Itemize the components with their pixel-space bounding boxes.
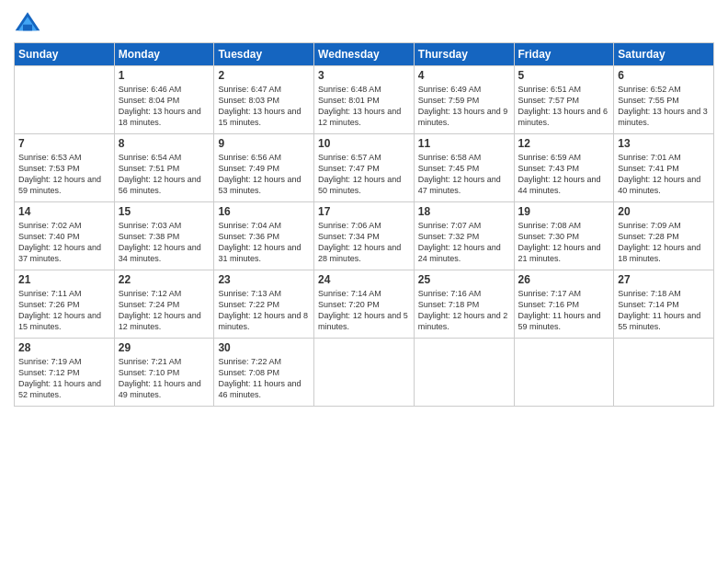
week-row-5: 28Sunrise: 7:19 AMSunset: 7:12 PMDayligh… xyxy=(15,339,714,407)
day-info: Sunrise: 7:08 AMSunset: 7:30 PMDaylight:… xyxy=(518,220,610,265)
day-cell: 30Sunrise: 7:22 AMSunset: 7:08 PMDayligh… xyxy=(214,339,314,407)
day-cell: 19Sunrise: 7:08 AMSunset: 7:30 PMDayligh… xyxy=(514,202,614,270)
day-info: Sunrise: 7:17 AMSunset: 7:16 PMDaylight:… xyxy=(518,288,610,333)
page-header xyxy=(14,9,714,37)
week-row-2: 7Sunrise: 6:53 AMSunset: 7:53 PMDaylight… xyxy=(15,134,714,202)
day-info: Sunrise: 6:52 AMSunset: 7:55 PMDaylight:… xyxy=(618,84,710,129)
day-number: 22 xyxy=(119,273,210,286)
day-info: Sunrise: 6:49 AMSunset: 7:59 PMDaylight:… xyxy=(418,84,510,129)
day-info: Sunrise: 7:11 AMSunset: 7:26 PMDaylight:… xyxy=(18,288,110,333)
day-info: Sunrise: 6:47 AMSunset: 8:03 PMDaylight:… xyxy=(218,84,310,129)
day-cell: 28Sunrise: 7:19 AMSunset: 7:12 PMDayligh… xyxy=(15,339,115,407)
day-info: Sunrise: 7:01 AMSunset: 7:41 PMDaylight:… xyxy=(618,152,710,197)
day-cell: 26Sunrise: 7:17 AMSunset: 7:16 PMDayligh… xyxy=(514,270,614,339)
day-cell xyxy=(514,339,614,407)
day-number: 19 xyxy=(518,205,610,218)
day-cell: 22Sunrise: 7:12 AMSunset: 7:24 PMDayligh… xyxy=(114,270,214,339)
day-cell: 12Sunrise: 6:59 AMSunset: 7:43 PMDayligh… xyxy=(514,134,614,202)
day-number: 7 xyxy=(18,137,110,150)
day-info: Sunrise: 6:46 AMSunset: 8:04 PMDaylight:… xyxy=(119,84,210,129)
day-cell xyxy=(314,339,415,407)
day-cell: 27Sunrise: 7:18 AMSunset: 7:14 PMDayligh… xyxy=(614,270,714,339)
day-number: 15 xyxy=(119,205,210,218)
week-row-1: 1Sunrise: 6:46 AMSunset: 8:04 PMDaylight… xyxy=(15,66,714,134)
day-cell: 3Sunrise: 6:48 AMSunset: 8:01 PMDaylight… xyxy=(314,66,415,134)
day-cell: 11Sunrise: 6:58 AMSunset: 7:45 PMDayligh… xyxy=(414,134,514,202)
day-cell xyxy=(614,339,714,407)
day-number: 6 xyxy=(618,69,710,82)
day-number: 24 xyxy=(318,273,410,286)
day-number: 12 xyxy=(518,137,610,150)
day-cell: 23Sunrise: 7:13 AMSunset: 7:22 PMDayligh… xyxy=(214,270,314,339)
day-number: 25 xyxy=(418,273,510,286)
day-cell: 15Sunrise: 7:03 AMSunset: 7:38 PMDayligh… xyxy=(114,202,214,270)
header-wednesday: Wednesday xyxy=(314,43,415,66)
day-cell: 20Sunrise: 7:09 AMSunset: 7:28 PMDayligh… xyxy=(614,202,714,270)
logo-icon xyxy=(14,9,41,37)
day-cell xyxy=(15,66,115,134)
day-number: 18 xyxy=(418,205,510,218)
day-info: Sunrise: 6:57 AMSunset: 7:47 PMDaylight:… xyxy=(318,152,410,197)
day-number: 26 xyxy=(518,273,610,286)
day-info: Sunrise: 7:09 AMSunset: 7:28 PMDaylight:… xyxy=(618,220,710,265)
day-number: 10 xyxy=(318,137,410,150)
calendar-table: SundayMondayTuesdayWednesdayThursdayFrid… xyxy=(14,42,714,407)
day-cell: 6Sunrise: 6:52 AMSunset: 7:55 PMDaylight… xyxy=(614,66,714,134)
header-thursday: Thursday xyxy=(414,43,514,66)
day-info: Sunrise: 6:51 AMSunset: 7:57 PMDaylight:… xyxy=(518,84,610,129)
day-number: 2 xyxy=(218,69,310,82)
day-cell: 7Sunrise: 6:53 AMSunset: 7:53 PMDaylight… xyxy=(15,134,115,202)
day-cell: 25Sunrise: 7:16 AMSunset: 7:18 PMDayligh… xyxy=(414,270,514,339)
day-info: Sunrise: 7:07 AMSunset: 7:32 PMDaylight:… xyxy=(418,220,510,265)
day-info: Sunrise: 7:13 AMSunset: 7:22 PMDaylight:… xyxy=(218,288,310,333)
day-cell: 18Sunrise: 7:07 AMSunset: 7:32 PMDayligh… xyxy=(414,202,514,270)
day-info: Sunrise: 7:03 AMSunset: 7:38 PMDaylight:… xyxy=(119,220,210,265)
day-info: Sunrise: 7:16 AMSunset: 7:18 PMDaylight:… xyxy=(418,288,510,333)
day-info: Sunrise: 6:53 AMSunset: 7:53 PMDaylight:… xyxy=(18,152,110,197)
day-cell: 4Sunrise: 6:49 AMSunset: 7:59 PMDaylight… xyxy=(414,66,514,134)
day-cell: 8Sunrise: 6:54 AMSunset: 7:51 PMDaylight… xyxy=(114,134,214,202)
day-number: 14 xyxy=(18,205,110,218)
header-friday: Friday xyxy=(514,43,614,66)
day-info: Sunrise: 6:48 AMSunset: 8:01 PMDaylight:… xyxy=(318,84,410,129)
day-info: Sunrise: 7:19 AMSunset: 7:12 PMDaylight:… xyxy=(18,356,110,401)
day-info: Sunrise: 7:14 AMSunset: 7:20 PMDaylight:… xyxy=(318,288,410,333)
day-cell xyxy=(414,339,514,407)
day-number: 4 xyxy=(418,69,510,82)
day-number: 17 xyxy=(318,205,410,218)
day-number: 8 xyxy=(119,137,210,150)
header-sunday: Sunday xyxy=(15,43,115,66)
header-tuesday: Tuesday xyxy=(214,43,314,66)
day-cell: 24Sunrise: 7:14 AMSunset: 7:20 PMDayligh… xyxy=(314,270,415,339)
day-number: 21 xyxy=(18,273,110,286)
header-saturday: Saturday xyxy=(614,43,714,66)
header-monday: Monday xyxy=(114,43,214,66)
day-cell: 2Sunrise: 6:47 AMSunset: 8:03 PMDaylight… xyxy=(214,66,314,134)
day-cell: 10Sunrise: 6:57 AMSunset: 7:47 PMDayligh… xyxy=(314,134,415,202)
day-number: 20 xyxy=(618,205,710,218)
logo xyxy=(14,9,45,37)
day-info: Sunrise: 7:12 AMSunset: 7:24 PMDaylight:… xyxy=(119,288,210,333)
day-number: 11 xyxy=(418,137,510,150)
day-info: Sunrise: 6:54 AMSunset: 7:51 PMDaylight:… xyxy=(119,152,210,197)
day-info: Sunrise: 7:21 AMSunset: 7:10 PMDaylight:… xyxy=(119,356,210,401)
day-number: 16 xyxy=(218,205,310,218)
day-number: 29 xyxy=(119,341,210,354)
day-cell: 21Sunrise: 7:11 AMSunset: 7:26 PMDayligh… xyxy=(15,270,115,339)
day-cell: 16Sunrise: 7:04 AMSunset: 7:36 PMDayligh… xyxy=(214,202,314,270)
day-number: 1 xyxy=(119,69,210,82)
day-info: Sunrise: 7:22 AMSunset: 7:08 PMDaylight:… xyxy=(218,356,310,401)
day-cell: 17Sunrise: 7:06 AMSunset: 7:34 PMDayligh… xyxy=(314,202,415,270)
day-number: 27 xyxy=(618,273,710,286)
week-row-3: 14Sunrise: 7:02 AMSunset: 7:40 PMDayligh… xyxy=(15,202,714,270)
header-row: SundayMondayTuesdayWednesdayThursdayFrid… xyxy=(15,43,714,66)
day-info: Sunrise: 7:04 AMSunset: 7:36 PMDaylight:… xyxy=(218,220,310,265)
week-row-4: 21Sunrise: 7:11 AMSunset: 7:26 PMDayligh… xyxy=(15,270,714,339)
day-cell: 13Sunrise: 7:01 AMSunset: 7:41 PMDayligh… xyxy=(614,134,714,202)
day-number: 3 xyxy=(318,69,410,82)
day-info: Sunrise: 6:56 AMSunset: 7:49 PMDaylight:… xyxy=(218,152,310,197)
day-info: Sunrise: 6:58 AMSunset: 7:45 PMDaylight:… xyxy=(418,152,510,197)
svg-rect-2 xyxy=(23,25,32,31)
day-number: 5 xyxy=(518,69,610,82)
day-number: 9 xyxy=(218,137,310,150)
